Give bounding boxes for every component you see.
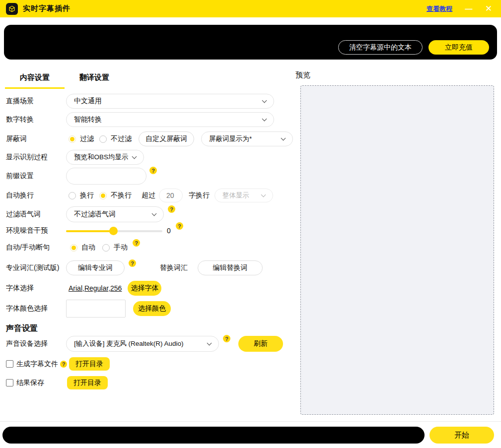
current-font-link[interactable]: Arial,Regular,256 (69, 284, 122, 292)
row-subtitle-file: 生成字幕文件 ? 打开目录 (6, 357, 110, 371)
noise-slider[interactable] (66, 227, 162, 235)
blocked-display-as-select[interactable]: 屏蔽词显示为* (201, 131, 293, 146)
pro-words-label: 专业词汇(测试版) (6, 263, 66, 272)
live-scene-label: 直播场景 (6, 97, 66, 106)
row-number-convert: 数字转换 智能转换 (6, 112, 274, 127)
wrap-radio[interactable] (69, 192, 76, 199)
number-convert-label: 数字转换 (6, 115, 66, 124)
show-process-select[interactable]: 预览和OBS均显示 (66, 150, 144, 165)
tab-content-settings[interactable]: 内容设置 (5, 73, 65, 89)
wrap-count-input[interactable] (159, 189, 183, 202)
noise-label: 环境噪音干预 (6, 226, 66, 235)
filter-fillers-label: 过滤语气词 (6, 210, 66, 219)
tab-translate-settings[interactable]: 翻译设置 (65, 73, 124, 89)
number-convert-select[interactable]: 智能转换 (66, 112, 274, 127)
chevron-down-icon (152, 211, 157, 216)
wrap-suffix-label: 字换行 (189, 191, 210, 200)
live-scene-select[interactable]: 中文通用 (66, 94, 274, 109)
top-banner: 清空字幕源中的文本 立即充值 (4, 25, 497, 60)
auto-wrap-label: 自动换行 (6, 191, 66, 200)
noise-help-icon[interactable]: ? (176, 222, 183, 230)
auto-break-radio-label[interactable]: 自动 (81, 243, 95, 252)
close-button[interactable]: ✕ (482, 1, 495, 15)
footer-divider (0, 421, 501, 422)
blocked-nofilter-radio[interactable] (99, 135, 107, 143)
manual-break-radio-label[interactable]: 手动 (114, 243, 128, 252)
pro-words-help-icon[interactable]: ? (129, 259, 136, 267)
blocked-nofilter-radio-label[interactable]: 不过滤 (111, 134, 132, 143)
manual-break-radio[interactable] (102, 244, 110, 252)
refresh-device-button[interactable]: 刷新 (238, 336, 283, 352)
sentence-break-label: 自动/手动断句 (6, 243, 66, 252)
custom-blocked-words-button[interactable]: 自定义屏蔽词 (139, 131, 194, 146)
preview-title: 预览 (295, 70, 310, 80)
row-pro-words: 专业词汇(测试版) 编辑专业词 ? 替换词汇 编辑替换词 (6, 260, 263, 275)
sentence-break-help-icon[interactable]: ? (133, 239, 140, 247)
chevron-down-icon (207, 340, 212, 345)
chevron-down-icon (262, 98, 267, 103)
noise-slider-fill (66, 230, 113, 232)
chevron-down-icon (281, 135, 286, 140)
show-process-label: 显示识别过程 (6, 153, 66, 162)
blocked-display-as-value: 屏蔽词显示为* (209, 134, 252, 143)
exceed-label: 超过 (142, 191, 155, 200)
app-title: 实时字幕插件 (23, 4, 71, 13)
chevron-down-icon (132, 154, 137, 159)
filter-fillers-help-icon[interactable]: ? (168, 205, 175, 213)
row-sentence-break: 自动/手动断句 自动 手动 ? (6, 240, 140, 255)
start-button[interactable]: 开始 (429, 427, 494, 444)
sound-device-value: [输入设备] 麦克风 (Realtek(R) Audio) (74, 339, 184, 348)
prefix-input[interactable] (66, 168, 146, 185)
status-bar (2, 427, 425, 444)
prefix-label: 前缀设置 (6, 172, 66, 181)
wrap-mode-value: 整体显示 (222, 191, 249, 200)
subtitle-file-help-icon[interactable]: ? (60, 361, 67, 368)
filter-fillers-select[interactable]: 不过滤语气词 (66, 206, 164, 222)
font-color-label: 字体颜色选择 (6, 304, 66, 313)
settings-tabs: 内容设置 翻译设置 (5, 73, 124, 89)
blocked-words-label: 屏蔽词 (6, 134, 66, 143)
sound-device-select[interactable]: [输入设备] 麦克风 (Realtek(R) Audio) (66, 336, 219, 352)
noise-value: 0 (167, 227, 171, 235)
row-font-color: 字体颜色选择 选择颜色 (6, 300, 171, 318)
result-save-checkbox[interactable] (6, 379, 13, 386)
row-filter-fillers: 过滤语气词 不过滤语气词 ? (6, 206, 175, 222)
open-result-dir-button[interactable]: 打开目录 (67, 376, 108, 389)
recharge-button[interactable]: 立即充值 (429, 40, 489, 55)
noise-slider-thumb[interactable] (109, 227, 118, 235)
result-save-label[interactable]: 结果保存 (16, 379, 44, 387)
blocked-filter-radio-label[interactable]: 过滤 (80, 134, 94, 143)
filter-fillers-value: 不过滤语气词 (74, 210, 116, 219)
view-tutorial-link[interactable]: 查看教程 (427, 4, 452, 13)
edit-pro-words-button[interactable]: 编辑专业词 (66, 260, 125, 275)
show-process-value: 预览和OBS均显示 (74, 153, 129, 162)
live-scene-value: 中文通用 (74, 97, 102, 106)
wrap-mode-select[interactable]: 整体显示 (215, 189, 273, 202)
title-bar: 实时字幕插件 查看教程 — ✕ (0, 0, 501, 17)
minimize-button[interactable]: — (462, 1, 475, 15)
subtitle-file-checkbox[interactable] (6, 360, 13, 368)
prefix-help-icon[interactable]: ? (149, 167, 157, 174)
row-font-select: 字体选择 Arial,Regular,256 选择字体 (6, 281, 161, 296)
font-color-input[interactable] (66, 300, 126, 318)
nowrap-radio-label[interactable]: 不换行 (111, 191, 132, 200)
row-noise: 环境噪音干预 0 ? (6, 223, 183, 238)
sound-device-help-icon[interactable]: ? (223, 335, 230, 342)
sound-settings-header: 声音设置 (6, 323, 38, 334)
row-live-scene: 直播场景 中文通用 (6, 94, 274, 109)
choose-color-button[interactable]: 选择颜色 (133, 301, 171, 316)
sound-device-label: 声音设备选择 (6, 339, 66, 348)
app-logo-cube-icon (6, 3, 18, 15)
chevron-down-icon (262, 116, 267, 121)
open-subtitle-dir-button[interactable]: 打开目录 (69, 357, 110, 371)
choose-font-button[interactable]: 选择字体 (128, 281, 161, 296)
row-result-save: 结果保存 打开目录 (6, 376, 108, 389)
nowrap-radio[interactable] (99, 192, 107, 199)
auto-break-radio[interactable] (70, 244, 77, 252)
subtitle-file-label[interactable]: 生成字幕文件 (16, 360, 58, 369)
clear-subtitle-source-button[interactable]: 清空字幕源中的文本 (338, 40, 423, 55)
row-auto-wrap: 自动换行 换行 不换行 超过 字换行 整体显示 (6, 188, 273, 203)
blocked-filter-radio[interactable] (69, 135, 76, 143)
edit-replace-words-button[interactable]: 编辑替换词 (198, 260, 263, 275)
wrap-radio-label[interactable]: 换行 (80, 191, 94, 200)
